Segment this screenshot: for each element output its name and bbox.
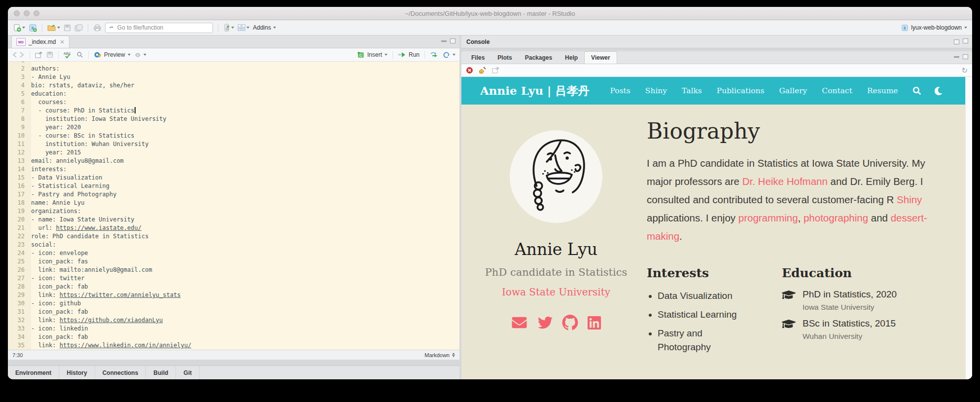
minimize-window-button[interactable] bbox=[24, 10, 30, 16]
save-file-icon[interactable] bbox=[46, 51, 53, 58]
line-number: 14 bbox=[8, 165, 31, 174]
code-line: 25 icon_pack: fas bbox=[8, 257, 459, 266]
nav-link[interactable]: Contact bbox=[822, 86, 852, 95]
photographing-link[interactable]: photographing bbox=[804, 212, 868, 223]
editor-tab-index-md[interactable]: MD _index.md ✕ bbox=[11, 36, 70, 48]
interests-title: Interests bbox=[647, 266, 782, 280]
source-button[interactable] bbox=[443, 51, 455, 59]
save-all-button[interactable] bbox=[74, 24, 83, 32]
insert-dropdown-icon[interactable] bbox=[385, 54, 387, 56]
github-icon[interactable] bbox=[562, 315, 578, 330]
tab-plots[interactable]: Plots bbox=[491, 51, 518, 64]
find-replace-icon[interactable] bbox=[76, 51, 83, 58]
line-number: 23 bbox=[8, 241, 31, 249]
maximize-pane-icon[interactable] bbox=[450, 38, 455, 43]
zoom-window-button[interactable] bbox=[34, 10, 39, 16]
tab-files[interactable]: Files bbox=[465, 51, 491, 64]
nav-link[interactable]: Shiny bbox=[645, 86, 667, 95]
bottom-pane-tab[interactable]: Build bbox=[146, 366, 176, 379]
nav-link[interactable]: Publications bbox=[717, 86, 765, 95]
preview-button[interactable]: Preview bbox=[94, 51, 131, 58]
nav-link[interactable]: Resume bbox=[867, 86, 898, 95]
linkedin-icon[interactable] bbox=[587, 315, 602, 330]
close-window-button[interactable] bbox=[14, 10, 20, 16]
code-line: 22 role: PhD candidate in Statistics bbox=[8, 232, 459, 241]
bottom-pane-tab[interactable]: Git bbox=[176, 366, 200, 379]
editor-toolbar: ABC Preview C Insert bbox=[8, 48, 459, 62]
line-number: 5 bbox=[8, 90, 31, 98]
code-url: https://www.linkedin.com/in/annielyu/ bbox=[60, 342, 191, 349]
popout-editor-icon[interactable] bbox=[35, 52, 42, 58]
version-control-dropdown-icon[interactable] bbox=[231, 27, 234, 29]
console-restore-icon[interactable] bbox=[954, 39, 959, 44]
spellcheck-icon[interactable]: ABC bbox=[64, 51, 72, 59]
programming-link[interactable]: programming bbox=[738, 212, 798, 223]
source-dropdown-icon[interactable] bbox=[453, 54, 455, 56]
addins-menu[interactable]: Addins bbox=[253, 24, 276, 31]
new-file-button[interactable] bbox=[13, 24, 25, 32]
rerun-icon[interactable] bbox=[430, 52, 439, 58]
goto-file-search[interactable] bbox=[105, 23, 213, 33]
envelope-icon[interactable] bbox=[510, 315, 528, 330]
workspace-panes-button[interactable] bbox=[238, 24, 249, 31]
new-file-dropdown-icon[interactable] bbox=[22, 27, 25, 29]
profile-organization-link[interactable]: Iowa State University bbox=[502, 286, 610, 298]
viewer-popout-icon[interactable] bbox=[492, 67, 499, 73]
save-button[interactable] bbox=[64, 24, 71, 32]
line-number: 34 bbox=[8, 333, 31, 341]
bottom-pane-tab[interactable]: Environment bbox=[8, 366, 59, 379]
code-line: 16 - Statistical Learning bbox=[8, 182, 459, 190]
file-type-selector[interactable]: Markdown bbox=[424, 352, 455, 358]
tab-packages[interactable]: Packages bbox=[519, 51, 559, 64]
goto-file-input[interactable] bbox=[116, 24, 210, 32]
dark-mode-moon-icon[interactable] bbox=[934, 87, 943, 95]
print-button[interactable] bbox=[93, 24, 102, 32]
code-line: 7 - course: PhD in Statistics1 bbox=[8, 107, 459, 115]
settings-dropdown-icon[interactable] bbox=[143, 54, 146, 56]
code-editor[interactable]: 1 2 authors: 3 - Annie Lyu 4 bio: rstats… bbox=[8, 62, 459, 350]
twitter-icon[interactable] bbox=[537, 315, 554, 330]
clear-all-broom-icon[interactable] bbox=[479, 67, 487, 74]
site-brand[interactable]: Annie Lyu | 吕孝丹 bbox=[480, 83, 590, 99]
line-number: 33 bbox=[8, 325, 31, 333]
viewer-refresh-icon[interactable]: ↻ bbox=[961, 67, 968, 74]
nav-link[interactable]: Talks bbox=[682, 86, 702, 95]
bottom-pane-tab[interactable]: History bbox=[59, 366, 95, 379]
project-selector[interactable]: R lyux-web-blogdown bbox=[901, 24, 967, 32]
version-control-button[interactable]: G bbox=[223, 24, 234, 32]
tab-help[interactable]: Help bbox=[559, 51, 584, 64]
open-file-dropdown-icon[interactable] bbox=[57, 27, 60, 29]
tab-viewer[interactable]: Viewer bbox=[584, 51, 617, 64]
panes-dropdown-icon[interactable] bbox=[246, 27, 249, 29]
new-project-button[interactable]: R bbox=[29, 24, 37, 32]
console-maximize-icon[interactable] bbox=[963, 38, 968, 43]
profile-card: Annie Lyu PhD candidate in Statistics Io… bbox=[482, 117, 630, 379]
files-minimize-icon[interactable] bbox=[954, 54, 959, 59]
minimize-pane-icon[interactable] bbox=[441, 38, 447, 43]
line-number: 12 bbox=[8, 148, 31, 157]
viewer-scrollbar[interactable] bbox=[965, 77, 972, 379]
files-maximize-icon[interactable] bbox=[963, 54, 968, 59]
code-line: 9 year: 2020 bbox=[8, 123, 459, 132]
line-number: 16 bbox=[8, 182, 31, 190]
back-forward-icons[interactable] bbox=[12, 52, 25, 58]
remove-viewer-item-icon[interactable] bbox=[466, 67, 473, 74]
preview-dropdown-icon[interactable] bbox=[128, 54, 131, 56]
close-tab-icon[interactable]: ✕ bbox=[60, 39, 64, 45]
search-icon[interactable] bbox=[913, 87, 921, 95]
code-line: 13 email: annielyu8@gmail.com bbox=[8, 157, 459, 165]
shiny-link[interactable]: Shiny bbox=[897, 194, 922, 205]
education-item: PhD in Statistics, 2020 Iowa State Unive… bbox=[782, 289, 946, 312]
console-pane-header[interactable]: Console bbox=[461, 36, 972, 48]
line-number: 6 bbox=[8, 98, 31, 107]
nav-link[interactable]: Gallery bbox=[779, 86, 807, 95]
open-file-button[interactable] bbox=[47, 24, 60, 32]
project-dropdown-icon bbox=[964, 27, 967, 29]
nav-link[interactable]: Posts bbox=[610, 86, 630, 95]
knit-settings-button[interactable] bbox=[135, 52, 146, 58]
bottom-pane-tab[interactable]: Connections bbox=[95, 366, 146, 379]
insert-chunk-button[interactable]: C Insert bbox=[357, 51, 387, 58]
graduation-cap-icon bbox=[782, 289, 796, 300]
run-button[interactable]: Run bbox=[398, 51, 420, 58]
hofmann-link[interactable]: Dr. Heike Hofmann bbox=[742, 176, 828, 187]
